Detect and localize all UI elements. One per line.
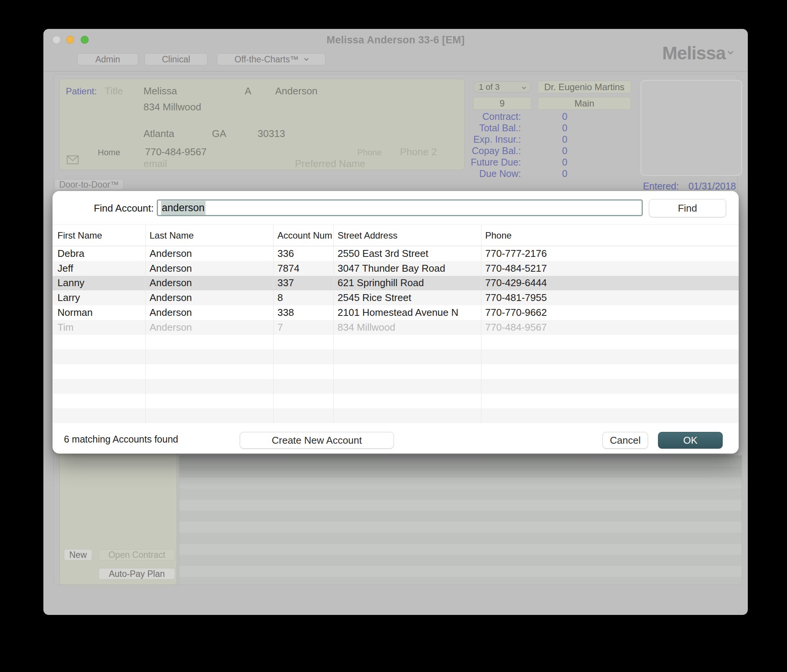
cell-first-name: Larry <box>53 290 146 305</box>
table-row <box>53 364 739 379</box>
account-number-button[interactable]: 9 <box>473 97 531 110</box>
email-field[interactable]: email <box>143 158 167 170</box>
clinical-button[interactable]: Clinical <box>145 53 207 65</box>
copay-bal-value: 0 <box>562 145 567 156</box>
cell-account-num <box>274 408 334 423</box>
patient-info-panel: Patient: Title Melissa A Anderson 834 Mi… <box>59 79 465 170</box>
admin-button[interactable]: Admin <box>77 53 138 65</box>
patient-last-name[interactable]: Anderson <box>275 85 317 97</box>
patient-city[interactable]: Atlanta <box>143 128 174 140</box>
table-row[interactable]: Larry Anderson 8 2545 Rice Street 770-48… <box>53 290 739 305</box>
column-header-street-address[interactable]: Street Address <box>334 225 481 246</box>
column-header-last-name[interactable]: Last Name <box>146 225 274 246</box>
cell-phone: 770-484-5217 <box>481 261 739 276</box>
cell-account-num <box>274 379 334 394</box>
header-divider <box>43 71 748 72</box>
column-header-phone[interactable]: Phone <box>481 225 739 246</box>
cell-account-num: 336 <box>274 246 334 261</box>
patient-middle-initial[interactable]: A <box>245 85 251 97</box>
financial-row: Future Due: 0 <box>430 157 612 168</box>
window-title: Melissa Anderson 33-6 [EM] <box>43 34 748 46</box>
off-the-charts-dropdown[interactable]: Off-the-Charts™ <box>217 53 325 65</box>
envelope-icon <box>67 155 79 164</box>
create-new-account-button[interactable]: Create New Account <box>240 432 394 449</box>
home-phone-label: Home <box>98 148 120 158</box>
column-header-first-name[interactable]: First Name <box>53 225 146 246</box>
entered-label: Entered: <box>643 181 679 191</box>
cell-street-address <box>334 364 481 379</box>
cell-phone <box>481 379 739 394</box>
cell-last-name <box>146 364 274 379</box>
new-contract-button[interactable]: New <box>64 549 92 561</box>
cancel-button[interactable]: Cancel <box>602 432 648 449</box>
patient-zip[interactable]: 30313 <box>258 128 285 140</box>
cell-first-name: Debra <box>53 246 146 261</box>
cell-first-name: Jeff <box>53 261 146 276</box>
cell-first-name: Lanny <box>53 276 146 291</box>
table-row <box>53 408 739 423</box>
cell-account-num <box>274 349 334 364</box>
cell-last-name <box>146 335 274 350</box>
brand-menu[interactable]: Melissa <box>662 43 733 64</box>
cell-account-num <box>274 364 334 379</box>
cell-last-name <box>146 408 274 423</box>
cell-phone <box>481 394 739 409</box>
ok-button[interactable]: OK <box>658 432 723 449</box>
table-row[interactable]: Lanny Anderson 337 621 Springhill Road 7… <box>53 276 739 291</box>
find-button[interactable]: Find <box>649 199 726 217</box>
exp-insur-label: Exp. Insur.: <box>430 134 521 145</box>
cell-account-num: 338 <box>274 305 334 320</box>
cell-phone: 770-481-7955 <box>481 290 739 305</box>
table-row[interactable]: Jeff Anderson 7874 3047 Thunder Bay Road… <box>53 261 739 276</box>
cell-account-num <box>274 335 334 350</box>
auto-pay-plan-button[interactable]: Auto-Pay Plan <box>99 568 175 580</box>
cell-first-name <box>53 394 146 409</box>
table-row[interactable]: Norman Anderson 338 2101 Homestead Avenu… <box>53 305 739 320</box>
door-to-door-button[interactable]: Door-to-Door™ <box>54 179 124 190</box>
column-header-account-num[interactable]: Account Num <box>274 225 334 246</box>
cell-phone: 770-770-9662 <box>481 305 739 320</box>
cell-street-address <box>334 335 481 350</box>
due-now-label: Due Now: <box>430 168 521 179</box>
status-text: 6 matching Accounts found <box>64 434 178 445</box>
record-pager-value: 1 of 3 <box>479 82 500 92</box>
cell-phone: 770-484-9567 <box>481 320 739 335</box>
patient-photo-placeholder[interactable] <box>640 80 742 176</box>
cell-last-name: Anderson <box>146 246 274 261</box>
cell-street-address <box>334 379 481 394</box>
cell-phone: 770-777-2176 <box>481 246 739 261</box>
results-table-header: First Name Last Name Account Num Street … <box>53 225 739 246</box>
home-phone-value[interactable]: 770-484-9567 <box>145 146 207 158</box>
cell-street-address <box>334 408 481 423</box>
cell-phone <box>481 408 739 423</box>
cell-phone <box>481 349 739 364</box>
office-button[interactable]: Main <box>538 97 631 110</box>
cell-account-num: 7 <box>274 320 334 335</box>
financial-row: Copay Bal.: 0 <box>430 145 612 156</box>
record-pager-select[interactable]: 1 of 3 <box>473 81 531 92</box>
table-row <box>53 394 739 409</box>
results-table-body: Debra Anderson 336 2550 East 3rd Street … <box>53 246 739 423</box>
patient-title-field[interactable]: Title <box>105 85 123 97</box>
provider-button[interactable]: Dr. Eugenio Martins <box>538 81 631 93</box>
future-due-value: 0 <box>562 157 567 168</box>
cell-street-address <box>334 394 481 409</box>
off-the-charts-label: Off-the-Charts™ <box>234 54 298 65</box>
find-account-input[interactable]: anderson <box>157 199 643 216</box>
exp-insur-value: 0 <box>562 134 567 145</box>
patient-first-name[interactable]: Melissa <box>143 85 177 97</box>
table-row[interactable]: Debra Anderson 336 2550 East 3rd Street … <box>53 246 739 261</box>
patient-label: Patient: <box>66 86 97 97</box>
table-row[interactable]: Tim Anderson 7 834 Millwood 770-484-9567 <box>53 320 739 335</box>
table-row <box>53 335 739 350</box>
cell-account-num: 7874 <box>274 261 334 276</box>
patient-street[interactable]: 834 Millwood <box>143 101 201 113</box>
cell-account-num: 337 <box>274 276 334 291</box>
cell-last-name: Anderson <box>146 261 274 276</box>
cell-street-address: 2101 Homestead Avenue N <box>334 305 481 320</box>
patient-state[interactable]: GA <box>212 128 226 140</box>
total-bal-label: Total Bal.: <box>430 123 521 134</box>
brand-label: Melissa <box>662 43 725 64</box>
preferred-name-field[interactable]: Preferred Name <box>295 158 365 170</box>
open-contract-button[interactable]: Open Contract <box>99 549 175 561</box>
